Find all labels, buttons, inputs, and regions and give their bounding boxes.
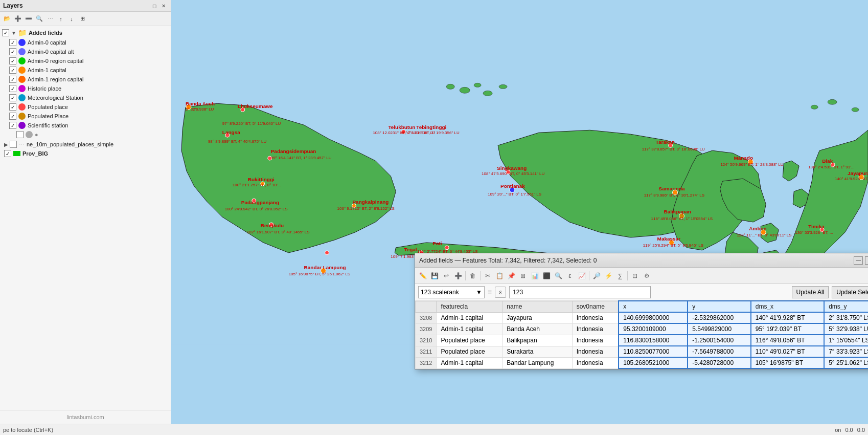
field-expression-btn[interactable]: ε	[495, 287, 506, 298]
layers-panel-watermark: lintasbumi.com	[0, 410, 171, 424]
row-y-cell: 5.5499829000	[688, 323, 750, 335]
dialog-tb-chart-btn[interactable]: 📈	[576, 270, 587, 281]
layer-item-admin1region-checkbox[interactable]	[9, 76, 16, 83]
layers-tb-down-btn[interactable]: ↓	[66, 14, 77, 24]
svg-text:108° 47'5.690" BT, 0° 45'3.141: 108° 47'5.690" BT, 0° 45'3.141" LU	[482, 171, 544, 176]
dialog-tb-settings-btn[interactable]: ⚙	[641, 270, 652, 281]
col-header-sov0name[interactable]: sov0name	[572, 301, 619, 312]
layer-item-admin0cap[interactable]: Admin-0 capital	[0, 38, 171, 47]
layers-tb-add-btn[interactable]: ➕	[13, 14, 23, 24]
layer-item-populated-checkbox[interactable]	[9, 103, 16, 111]
layers-tb-remove-btn[interactable]: ➖	[24, 14, 34, 24]
layer-item-admin1cap[interactable]: Admin-1 capital	[0, 66, 171, 75]
row-dms-x-cell: 110° 49'0.027" BT	[751, 346, 824, 357]
dialog-tb-deleterow-btn[interactable]: 🗑	[467, 270, 478, 281]
layer-item-provbig-checkbox[interactable]	[4, 150, 11, 157]
layers-panel-close-btn[interactable]: ✕	[159, 2, 168, 10]
layer-item-scientific[interactable]: Scientific station	[0, 121, 171, 130]
status-zoom-label: on	[835, 427, 841, 433]
table-row[interactable]: 3210 Populated place Balikpapan Indonesi…	[416, 335, 869, 346]
dialog-tb-stats-btn[interactable]: ∑	[614, 270, 626, 281]
table-row[interactable]: 3211 Populated place Surakarta Indonesia…	[416, 346, 869, 357]
layer-group-expand-icon[interactable]: ▼	[11, 30, 16, 36]
dialog-tb-table-btn[interactable]: 📊	[529, 270, 540, 281]
dialog-tb-zoom-btn[interactable]: 🔎	[591, 270, 602, 281]
layer-item-meteo-label: Meteorological Station	[28, 95, 83, 101]
field-selector-dropdown[interactable]: 123 scalerank ▼	[418, 286, 485, 298]
col-header-dms-y[interactable]: dms_y	[824, 301, 868, 312]
layers-tb-group-btn[interactable]: ⊞	[77, 14, 87, 24]
layer-item-ne10m[interactable]: ▶ ⋯ ne_10m_populated_places_simple	[0, 140, 171, 149]
layer-item-scientific-checkbox[interactable]	[9, 122, 16, 129]
layers-tb-more-btn[interactable]: ⋯	[45, 14, 55, 24]
dialog-tb-edit-btn[interactable]: ✏️	[417, 270, 428, 281]
dialog-tb-addrow-btn[interactable]: ➕	[452, 270, 464, 281]
layer-item-extra-dot[interactable]: ●	[0, 130, 171, 139]
svg-text:Ambon: Ambon	[749, 226, 766, 231]
dialog-tb-expression-btn[interactable]: ε	[564, 270, 576, 281]
layer-group-header[interactable]: ▼ 📁 Added fields	[0, 28, 171, 38]
layer-item-populated[interactable]: Populated place	[0, 102, 171, 112]
layer-item-admin0cap-checkbox[interactable]	[9, 39, 16, 46]
dialog-tb-save-btn[interactable]: 💾	[429, 270, 440, 281]
table-row[interactable]: 3212 Admin-1 capital Bandar Lampung Indo…	[416, 357, 869, 368]
col-header-name[interactable]: name	[502, 301, 572, 312]
dialog-tb-sep1	[465, 271, 466, 280]
table-row[interactable]: 3209 Admin-1 capital Banda Aceh Indonesi…	[416, 323, 869, 335]
layer-item-historic[interactable]: Historic place	[0, 84, 171, 93]
dialog-tb-filter-btn[interactable]: 🔍	[553, 270, 564, 281]
layer-item-admin1region[interactable]: Admin-1 region capital	[0, 75, 171, 84]
layer-item-historic-checkbox[interactable]	[9, 85, 16, 92]
layer-item-populatedP-checkbox[interactable]	[9, 113, 16, 120]
layer-item-ne10m-checkbox[interactable]	[10, 141, 17, 148]
layer-group-checkbox[interactable]	[2, 29, 9, 36]
row-x-cell: 140.6999800000	[619, 312, 688, 323]
dialog-titlebar[interactable]: Added fields — Features Total: 7,342, Fi…	[415, 253, 868, 268]
field-eq-label: =	[488, 288, 492, 296]
col-header-rownum[interactable]	[416, 301, 437, 312]
svg-text:Tegal: Tegal	[404, 247, 417, 252]
layer-item-populatedP[interactable]: Populated Place	[0, 112, 171, 121]
map-area[interactable]: Banda Aceh 5° 32'9.938" LU Lhokseumawe 9…	[171, 0, 868, 424]
col-header-featurecla[interactable]: featurecla	[437, 301, 502, 312]
layers-tb-up-btn[interactable]: ↑	[56, 14, 66, 24]
layer-item-admin0capalt[interactable]: Admin-0 capital alt	[0, 47, 171, 56]
dialog-tb-rollback-btn[interactable]: ↩	[441, 270, 452, 281]
dialog-minimize-btn[interactable]: —	[854, 256, 863, 265]
dialog-maximize-btn[interactable]: □	[865, 256, 868, 265]
dialog-tb-paste-btn[interactable]: 📌	[506, 270, 517, 281]
attribute-table-container[interactable]: featurecla name sov0name x y dms_x dms_y…	[415, 300, 868, 369]
layers-tb-filter-btn[interactable]: 🔍	[34, 14, 44, 24]
layer-item-provbig[interactable]: Prov_BIG	[0, 149, 171, 158]
svg-text:Manado: Manado	[734, 155, 753, 161]
row-name-cell: Bandar Lampung	[502, 357, 572, 368]
layer-item-extra-dot-icon	[26, 131, 33, 138]
layer-item-admin1cap-label: Admin-1 capital	[28, 67, 66, 73]
layer-item-extra-dot-checkbox[interactable]	[16, 131, 24, 138]
dialog-tb-cut-btn[interactable]: ✂	[482, 270, 493, 281]
svg-text:Makassar: Makassar	[657, 236, 681, 242]
col-header-y[interactable]: y	[688, 301, 750, 312]
col-header-x[interactable]: x	[619, 301, 688, 312]
table-row[interactable]: 3208 Admin-1 capital Jayapura Indonesia …	[416, 312, 869, 323]
svg-text:98° 8'9.899" BT, 4° 40'4.875" : 98° 8'9.899" BT, 4° 40'4.875" LU	[208, 139, 267, 144]
dialog-tb-copy-btn[interactable]: 📋	[494, 270, 505, 281]
layers-panel-float-btn[interactable]: ◻	[150, 2, 158, 10]
layer-item-admin1cap-checkbox[interactable]	[9, 67, 16, 74]
dialog-tb-flash-btn[interactable]: ⚡	[603, 270, 614, 281]
svg-text:Langsa: Langsa	[222, 129, 240, 135]
layer-item-meteo[interactable]: Meteorological Station	[0, 93, 171, 102]
dialog-tb-fields-btn[interactable]: ⊞	[517, 270, 529, 281]
field-input[interactable]	[509, 286, 651, 298]
layers-tb-open-btn[interactable]: 📂	[2, 14, 12, 24]
update-selected-button[interactable]: Update Selected	[832, 286, 868, 298]
layer-item-meteo-checkbox[interactable]	[9, 94, 16, 101]
dialog-tb-dock-btn[interactable]: ⊡	[629, 270, 641, 281]
layer-item-admin0region-checkbox[interactable]	[9, 57, 16, 64]
layer-item-admin0capalt-checkbox[interactable]	[9, 48, 16, 55]
dialog-tb-select-btn[interactable]: ⬛	[541, 270, 552, 281]
layer-item-admin0region[interactable]: Admin-0 region capital	[0, 56, 171, 66]
update-all-button[interactable]: Update All	[792, 286, 829, 298]
col-header-dms-x[interactable]: dms_x	[751, 301, 824, 312]
row-sov0name-cell: Indonesia	[572, 346, 619, 357]
